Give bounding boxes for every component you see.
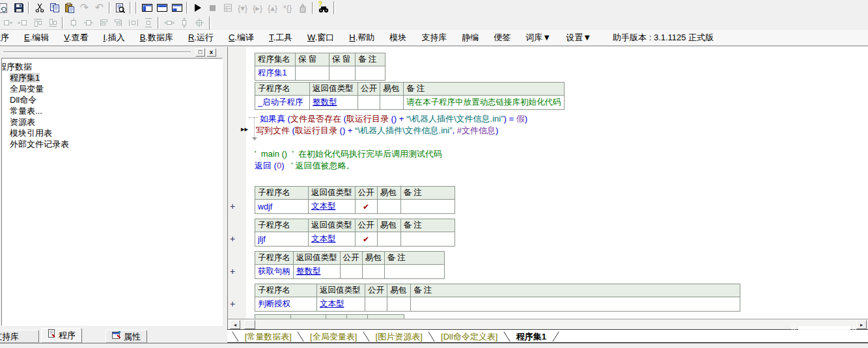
debug-pages-icon[interactable] <box>220 1 235 14</box>
step-out-icon[interactable]: {▴} <box>265 1 280 14</box>
tab-image-resource-table[interactable]: [图片资源表] <box>376 332 423 341</box>
same-height-icon[interactable] <box>176 16 191 29</box>
return-type-cell[interactable]: 文本型 <box>309 200 356 214</box>
cut-icon[interactable] <box>32 1 47 14</box>
note-cell[interactable] <box>384 265 444 279</box>
code-line-comment[interactable]: ' main () ' 在初始化代码执行完毕后调用测试代码 <box>255 148 442 160</box>
easy-pack-cell[interactable] <box>377 232 400 247</box>
expand-button[interactable]: + <box>228 299 237 308</box>
tree-item-module-refs[interactable]: 模块引用表 <box>10 127 222 139</box>
save-icon[interactable] <box>11 1 26 14</box>
stop-icon[interactable] <box>205 1 220 14</box>
align-left-edge-icon[interactable] <box>96 16 111 29</box>
subprogram-name-cell[interactable]: _启动子程序 <box>255 96 310 110</box>
menu-database[interactable]: B.数据库 <box>140 32 173 44</box>
space-v-icon[interactable] <box>141 16 156 29</box>
menu-run[interactable]: R.运行 <box>188 32 214 44</box>
tree-item-program-data[interactable]: 程序数据 <box>1 61 222 72</box>
subprogram-name-cell[interactable]: jljf <box>255 232 309 247</box>
scroll-left-button[interactable]: ◂ <box>230 320 240 329</box>
code-line-if[interactable]: 如果真 (文件是否存在 (取运行目录 () + “\机器人插件\文件信息.ini… <box>260 113 527 125</box>
menu-support-lib[interactable]: 支持库 <box>421 32 447 44</box>
tab-dll-command-table[interactable]: [Dll命令定义表] <box>441 332 497 341</box>
return-type-cell[interactable]: 文本型 <box>317 297 365 312</box>
align-top-icon[interactable] <box>30 16 45 29</box>
assembly-name-cell[interactable]: 程序集1 <box>255 66 296 81</box>
menu-edit[interactable]: E.编辑 <box>24 32 49 44</box>
return-type-cell[interactable]: 整数型 <box>294 265 341 279</box>
reopen-icon[interactable] <box>0 1 11 14</box>
public-check-cell[interactable] <box>365 297 387 312</box>
return-type-cell[interactable]: 整数型 <box>310 96 358 110</box>
cell[interactable] <box>296 66 329 81</box>
note-cell[interactable] <box>411 297 740 312</box>
panel-grip[interactable] <box>3 51 191 53</box>
subprogram-name-cell[interactable]: 判断授权 <box>255 297 317 312</box>
window-layout-left-icon[interactable] <box>139 1 154 14</box>
code-line-return[interactable]: 返回 (0) ' 返回值被忽略。 <box>255 160 354 172</box>
tab-program[interactable]: 程序 <box>41 328 82 343</box>
tab-properties[interactable]: 属性 <box>105 330 147 343</box>
help-search-icon[interactable]: ? <box>316 1 331 14</box>
menu-module[interactable]: 模块 <box>389 32 406 44</box>
return-type-cell[interactable]: 文本型 <box>309 232 356 247</box>
menu-window[interactable]: W.窗口 <box>307 32 334 44</box>
tree-item-dll-commands[interactable]: Dll命令 <box>10 94 222 105</box>
center-v-icon[interactable] <box>81 16 96 29</box>
expand-button[interactable]: + <box>228 202 237 211</box>
subprogram-name-cell[interactable]: wdjf <box>255 200 309 214</box>
easy-pack-cell[interactable] <box>387 297 411 312</box>
center-h-icon[interactable] <box>66 16 81 29</box>
menu-view[interactable]: V.查看 <box>64 32 88 44</box>
move-left-icon[interactable] <box>0 16 15 29</box>
cell[interactable] <box>329 66 356 81</box>
easy-pack-cell[interactable] <box>377 200 400 214</box>
tab-global-var-table[interactable]: [全局变量表] <box>310 332 357 341</box>
tree-item-external-files[interactable]: 外部文件记录表 <box>10 139 222 150</box>
note-cell[interactable]: 请在本子程序中放置动态链接库初始化代码 <box>404 96 565 110</box>
code-line-write-file[interactable]: 写到文件 (取运行目录 () + “\机器人插件\文件信息.ini”, #文件信… <box>256 125 498 137</box>
align-bottom-icon[interactable] <box>45 16 60 29</box>
scrollbar-thumb[interactable] <box>244 320 255 329</box>
tab-assembly1-active[interactable]: 程序集1 <box>516 332 546 341</box>
public-check-cell[interactable]: ✔ <box>355 232 377 247</box>
panel-titlebar[interactable]: □ x <box>0 47 225 58</box>
tree-item-assembly1[interactable]: 程序集1 <box>10 72 222 83</box>
find-icon[interactable] <box>113 1 128 14</box>
menu-lexicon-dropdown[interactable]: 词库▼ <box>525 32 551 44</box>
menu-settings-dropdown[interactable]: 设置▼ <box>566 32 591 44</box>
tree-item-global-vars[interactable]: 全局变量 <box>10 83 222 94</box>
run-icon[interactable] <box>190 1 205 14</box>
undo-icon[interactable]: ↶ <box>92 1 107 14</box>
paste-icon[interactable] <box>62 1 77 14</box>
horizontal-scrollbar[interactable]: ◂ ▸ <box>227 319 868 329</box>
tree-item-constants[interactable]: 常量表... <box>10 105 222 116</box>
menu-tools[interactable]: T.工具 <box>269 32 292 44</box>
same-width-icon[interactable] <box>161 16 176 29</box>
public-check-cell[interactable]: ✔ <box>355 200 377 214</box>
easy-pack-cell[interactable] <box>380 96 404 110</box>
cell[interactable] <box>356 66 385 81</box>
space-h-icon[interactable] <box>126 16 141 29</box>
expand-button[interactable]: + <box>228 267 237 276</box>
copy-icon[interactable] <box>47 1 62 14</box>
menu-notes[interactable]: 便签 <box>494 32 511 44</box>
run-to-cursor-icon[interactable]: *{} <box>280 1 295 14</box>
align-right-edge-icon[interactable] <box>111 16 126 29</box>
redo-icon[interactable]: ↷ <box>77 1 92 14</box>
expand-button[interactable]: + <box>228 234 237 243</box>
public-cell[interactable] <box>358 96 380 110</box>
tab-constant-table[interactable]: [常量数据表] <box>245 332 292 341</box>
easy-pack-cell[interactable] <box>362 265 384 279</box>
window-layout-split-icon[interactable] <box>169 1 184 14</box>
menu-compile[interactable]: C.编译 <box>229 32 254 44</box>
public-check-cell[interactable] <box>340 265 362 279</box>
window-layout-top-icon[interactable] <box>154 1 169 14</box>
menu-program[interactable]: 程序 <box>0 32 9 44</box>
maximize-panel-button[interactable]: □ <box>195 48 205 57</box>
pause-hand-icon[interactable] <box>295 1 310 14</box>
tree-item-resources[interactable]: 资源表 <box>10 116 222 127</box>
note-cell[interactable] <box>400 200 455 214</box>
step-into-icon[interactable]: {▾} <box>235 1 250 14</box>
subprogram-name-cell[interactable]: 获取句柄 <box>255 265 294 279</box>
